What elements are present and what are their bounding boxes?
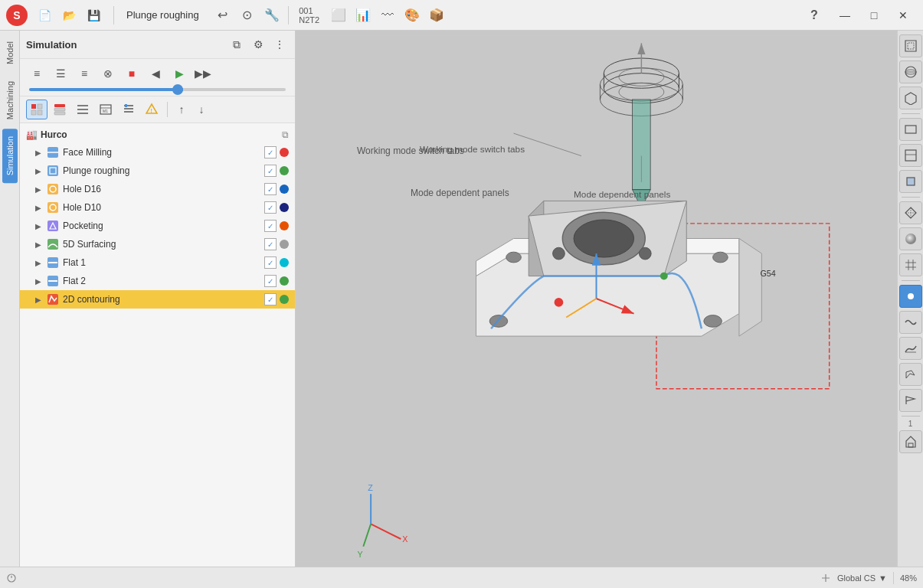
tab-simulation[interactable]: Simulation	[2, 129, 18, 183]
rt-wave-btn[interactable]	[899, 311, 922, 334]
5d-surfacing-check[interactable]: ✓	[264, 238, 277, 250]
expand-hole-d10[interactable]: ▶	[35, 204, 46, 212]
tool-icon-4[interactable]: 001N2T2	[293, 5, 326, 26]
tr2-btn-6[interactable]: !	[141, 100, 162, 119]
expand-hole-d16[interactable]: ▶	[35, 185, 46, 194]
tree-root-hurco[interactable]: 🏭 Hurco ⧉	[20, 126, 295, 143]
sim-btn-lines2[interactable]: ☰	[50, 64, 71, 83]
pocketing-check[interactable]: ✓	[264, 220, 277, 232]
tab-machining[interactable]: Machining	[2, 74, 18, 127]
hurco-icon: 🏭	[26, 129, 38, 140]
tree-item-flat1[interactable]: ▶ Flat 1 ✓	[20, 253, 295, 272]
rt-surface-btn[interactable]	[899, 337, 922, 360]
viewport-3d[interactable]: F Isom ▼	[296, 31, 897, 567]
tab-model[interactable]: Model	[2, 34, 18, 72]
svg-text:M1: M1	[103, 109, 108, 113]
rt-wireframe-btn[interactable]	[899, 201, 922, 224]
flat1-check[interactable]: ✓	[264, 256, 277, 269]
tree-item-2d-contouring[interactable]: ▶ 2D contouring ✓	[20, 290, 295, 309]
sidebar-settings-icon[interactable]: ⚙	[249, 35, 267, 54]
hurco-action-icon[interactable]: ⧉	[282, 129, 289, 140]
close-button[interactable]: ✕	[889, 5, 917, 26]
tr2-btn-2[interactable]	[49, 100, 70, 119]
help-button[interactable]: ?	[804, 5, 825, 26]
tool-icon-9[interactable]: 📦	[425, 5, 448, 26]
tr2-down-arrow[interactable]: ↓	[192, 100, 211, 119]
tool-icon-3[interactable]: 🔧	[260, 5, 283, 26]
expand-flat2[interactable]: ▶	[35, 277, 46, 286]
rt-flag-btn[interactable]	[899, 363, 922, 386]
hole-d10-check[interactable]: ✓	[264, 201, 277, 214]
sidebar-copy-icon[interactable]: ⧉	[227, 35, 246, 54]
sim-btn-play[interactable]: ▶	[169, 64, 190, 83]
rt-sep-4	[902, 416, 920, 416]
sidebar-panel: Simulation ⧉ ⚙ ⋮ ≡ ☰ ≡ ⊗ ■ ◀ ▶ ▶▶	[20, 31, 296, 567]
tree-item-plunge-roughing[interactable]: ▶ Plunge roughing ✓	[20, 162, 295, 180]
tree-item-hole-d10[interactable]: ▶ Hole D10 ✓	[20, 198, 295, 217]
rt-sep-2	[902, 197, 920, 198]
tree-item-face-milling[interactable]: ▶ Face Milling ✓	[20, 143, 295, 162]
status-cs-selector[interactable]: Global CS ▼	[837, 573, 887, 583]
face-milling-check[interactable]: ✓	[264, 146, 277, 158]
tool-icon-8[interactable]: 🎨	[401, 5, 424, 26]
rt-flag2-btn[interactable]	[899, 389, 922, 412]
new-file-btn[interactable]: 📄	[34, 5, 55, 26]
tr2-btn-3[interactable]	[72, 100, 93, 119]
expand-5d-surfacing[interactable]: ▶	[35, 240, 46, 249]
main-toolbar: ↩ ⊙ 🔧 001N2T2 ⬜ 📊 〰 🎨 📦	[211, 5, 448, 26]
rt-front-btn[interactable]	[899, 118, 922, 141]
flat2-check[interactable]: ✓	[264, 275, 277, 287]
rt-perspective-btn[interactable]	[899, 34, 922, 57]
tr2-up-arrow[interactable]: ↑	[172, 100, 191, 119]
rt-point-btn[interactable]	[899, 285, 922, 308]
sim-btn-prev[interactable]: ◀	[145, 64, 166, 83]
plunge-roughing-check[interactable]: ✓	[264, 165, 277, 177]
sim-btn-lines3[interactable]: ≡	[74, 64, 95, 83]
tree-item-hole-d16[interactable]: ▶ Hole D16 ✓	[20, 180, 295, 198]
rt-shaded-btn[interactable]	[899, 227, 922, 250]
svg-rect-3	[38, 110, 42, 115]
rt-top-btn[interactable]	[899, 170, 922, 193]
tool-icon-6[interactable]: 📊	[352, 5, 375, 26]
sim-btn-next[interactable]: ▶▶	[192, 64, 214, 83]
status-icon-left	[6, 573, 17, 583]
minimize-button[interactable]: —	[831, 5, 859, 26]
open-file-btn[interactable]: 📂	[58, 5, 80, 26]
tree-item-pocketing[interactable]: ▶ Pocketing ✓	[20, 217, 295, 235]
rt-sphere-btn[interactable]	[899, 60, 922, 83]
flat1-dot	[280, 258, 289, 267]
rt-grid-btn[interactable]	[899, 253, 922, 276]
sim-progress-slider[interactable]	[26, 88, 289, 91]
pocketing-dot	[280, 221, 289, 230]
tr2-btn-4[interactable]: M1	[95, 100, 116, 119]
svg-rect-78	[907, 178, 915, 185]
save-file-btn[interactable]: 💾	[83, 5, 104, 26]
2d-contouring-check[interactable]: ✓	[264, 293, 277, 305]
svg-point-59	[555, 298, 564, 307]
tree-item-flat2[interactable]: ▶ Flat 2 ✓	[20, 272, 295, 290]
svg-rect-20	[47, 184, 58, 194]
tool-icon-5[interactable]: ⬜	[327, 5, 350, 26]
hole-d16-check[interactable]: ✓	[264, 183, 277, 195]
sidebar-menu-icon[interactable]: ⋮	[270, 35, 289, 54]
sim-btn-stop2[interactable]: ■	[121, 64, 142, 83]
expand-flat1[interactable]: ▶	[35, 259, 46, 267]
sim-btn-lines[interactable]: ≡	[26, 64, 47, 83]
expand-face-milling[interactable]: ▶	[35, 149, 46, 157]
tool-icon-2[interactable]: ⊙	[236, 5, 259, 26]
tool-icon-1[interactable]: ↩	[211, 5, 234, 26]
sidebar-header-icons: ⧉ ⚙ ⋮	[227, 35, 289, 54]
expand-2d-contouring[interactable]: ▶	[35, 296, 46, 304]
tool-icon-7[interactable]: 〰	[376, 5, 399, 26]
tree-item-5d-surfacing[interactable]: ▶ 5D Surfacing ✓	[20, 235, 295, 253]
expand-plunge-roughing[interactable]: ▶	[35, 167, 46, 175]
expand-pocketing[interactable]: ▶	[35, 222, 46, 230]
tr2-btn-5[interactable]	[118, 100, 139, 119]
tr2-btn-1[interactable]	[26, 100, 47, 119]
maximize-button[interactable]: □	[860, 5, 888, 26]
rt-side-btn[interactable]	[899, 144, 922, 167]
sim-btn-stop[interactable]: ⊗	[97, 64, 119, 83]
rt-home-btn[interactable]	[899, 430, 922, 453]
sim-slider-thumb[interactable]	[172, 84, 183, 95]
rt-iso-btn[interactable]	[899, 87, 922, 109]
